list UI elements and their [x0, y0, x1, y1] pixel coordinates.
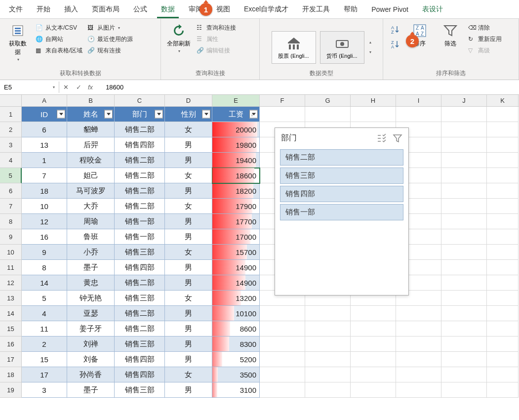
cell-name-17[interactable]: 刘备	[67, 352, 115, 367]
cell-id-2[interactable]: 6	[22, 122, 67, 137]
cell-K2[interactable]	[487, 122, 519, 137]
row-header-18[interactable]: 18	[0, 367, 22, 382]
col-header-F[interactable]: F	[260, 95, 305, 106]
cell-name-9[interactable]: 鲁班	[67, 229, 115, 245]
sort-asc-button[interactable]: AZ	[388, 24, 402, 36]
cell-K12[interactable]	[487, 275, 519, 291]
cell-J6[interactable]	[441, 183, 487, 199]
cell-name-7[interactable]: 大乔	[67, 199, 115, 214]
cell-dept-13[interactable]: 销售三部	[115, 291, 165, 306]
cell-name-8[interactable]: 周瑜	[67, 214, 115, 229]
cell-dept-9[interactable]: 销售一部	[115, 229, 165, 245]
cell-F18[interactable]	[260, 367, 305, 382]
cell-dept-17[interactable]: 销售四部	[115, 352, 165, 367]
cell-K9[interactable]	[487, 229, 519, 245]
cell-J8[interactable]	[441, 214, 487, 229]
cell-K19[interactable]	[487, 382, 519, 398]
tab-help[interactable]: 帮助	[337, 1, 364, 18]
cell-G19[interactable]	[305, 382, 351, 398]
cell-I14[interactable]	[396, 306, 441, 321]
reapply-button[interactable]: ↻重新应用	[466, 34, 504, 44]
cell-J14[interactable]	[441, 306, 487, 321]
cell-id-19[interactable]: 3	[22, 382, 67, 398]
cell-J13[interactable]	[441, 291, 487, 306]
col-header-C[interactable]: C	[115, 95, 165, 106]
cell-dept-6[interactable]: 销售二部	[115, 183, 165, 199]
slicer-item-2[interactable]: 销售四部	[280, 186, 403, 202]
currency-button[interactable]: 货币 (Engli...	[320, 31, 364, 64]
from-table-button[interactable]: ▦来自表格/区域	[34, 45, 84, 56]
cell-gender-5[interactable]: 女	[165, 168, 212, 183]
col-header-E[interactable]: E	[212, 95, 260, 106]
multiselect-icon[interactable]	[377, 134, 387, 143]
cell-name-16[interactable]: 刘禅	[67, 336, 115, 352]
cell-gender-10[interactable]: 女	[165, 245, 212, 260]
cell-K17[interactable]	[487, 352, 519, 367]
table-header-gender[interactable]: 性别	[165, 107, 212, 122]
cell-gender-15[interactable]: 男	[165, 321, 212, 336]
cell-gender-4[interactable]: 男	[165, 153, 212, 168]
cell-J5[interactable]	[441, 168, 487, 183]
datatype-next-icon[interactable]: ▾	[369, 50, 371, 54]
row-header-19[interactable]: 19	[0, 382, 22, 398]
cell-name-5[interactable]: 妲己	[67, 168, 115, 183]
cell-K18[interactable]	[487, 367, 519, 382]
cell-salary-18[interactable]: 3500	[212, 367, 260, 382]
cell-dept-15[interactable]: 销售二部	[115, 321, 165, 336]
cell-gender-16[interactable]: 男	[165, 336, 212, 352]
row-header-15[interactable]: 15	[0, 321, 22, 336]
cell-id-15[interactable]: 11	[22, 321, 67, 336]
col-header-D[interactable]: D	[165, 95, 212, 106]
cell-name-12[interactable]: 黄忠	[67, 275, 115, 291]
cell-id-11[interactable]: 8	[22, 260, 67, 275]
tab-data[interactable]: 数据	[154, 1, 182, 18]
cell-F1[interactable]	[260, 107, 305, 122]
cell-salary-13[interactable]: 13200	[212, 291, 260, 306]
cell-J7[interactable]	[441, 199, 487, 214]
cell-salary-6[interactable]: 18200	[212, 183, 260, 199]
tab-powerpivot[interactable]: Power Pivot	[364, 1, 415, 17]
filter-button[interactable]: 筛选	[436, 21, 465, 50]
accept-formula-button[interactable]: ✓	[72, 84, 85, 91]
cell-gender-18[interactable]: 女	[165, 367, 212, 382]
row-header-12[interactable]: 12	[0, 275, 22, 291]
cell-dept-14[interactable]: 销售二部	[115, 306, 165, 321]
cell-G14[interactable]	[305, 306, 351, 321]
slicer-item-0[interactable]: 销售二部	[280, 149, 403, 166]
cell-J3[interactable]	[441, 137, 487, 153]
cell-dept-16[interactable]: 销售三部	[115, 336, 165, 352]
cell-K8[interactable]	[487, 214, 519, 229]
tab-insert[interactable]: 插入	[57, 1, 85, 18]
filter-dropdown-salary[interactable]	[249, 110, 258, 119]
cell-G15[interactable]	[305, 321, 351, 336]
col-header-B[interactable]: B	[67, 95, 115, 106]
get-data-button[interactable]: 获取数 据▾	[3, 21, 33, 64]
existing-conn-button[interactable]: 🔗现有连接	[85, 45, 135, 56]
from-web-button[interactable]: 🌐自网站	[34, 34, 84, 44]
cell-dept-19[interactable]: 销售三部	[115, 382, 165, 398]
cell-name-6[interactable]: 马可波罗	[67, 183, 115, 199]
slicer-panel[interactable]: 部门 销售二部销售三部销售四部销售一部	[275, 127, 409, 295]
cell-gender-11[interactable]: 男	[165, 260, 212, 275]
cell-K10[interactable]	[487, 245, 519, 260]
tab-table-design[interactable]: 表设计	[415, 1, 450, 18]
cell-id-7[interactable]: 10	[22, 199, 67, 214]
select-all-corner[interactable]	[0, 95, 22, 106]
cell-J9[interactable]	[441, 229, 487, 245]
cell-K4[interactable]	[487, 153, 519, 168]
cell-I15[interactable]	[396, 321, 441, 336]
col-header-A[interactable]: A	[22, 95, 67, 106]
cell-id-3[interactable]: 13	[22, 137, 67, 153]
tab-formulas[interactable]: 公式	[126, 1, 154, 18]
namebox-dropdown-icon[interactable]: ▾	[53, 85, 55, 89]
formula-input[interactable]: 18600	[96, 84, 123, 91]
tab-file[interactable]: 文件	[2, 1, 30, 18]
cell-id-5[interactable]: 7	[22, 168, 67, 183]
cell-name-19[interactable]: 墨子	[67, 382, 115, 398]
cell-name-15[interactable]: 姜子牙	[67, 321, 115, 336]
cell-gender-9[interactable]: 男	[165, 229, 212, 245]
row-header-7[interactable]: 7	[0, 199, 22, 214]
table-header-dept[interactable]: 部门	[115, 107, 165, 122]
cell-name-11[interactable]: 墨子	[67, 260, 115, 275]
cell-J4[interactable]	[441, 153, 487, 168]
